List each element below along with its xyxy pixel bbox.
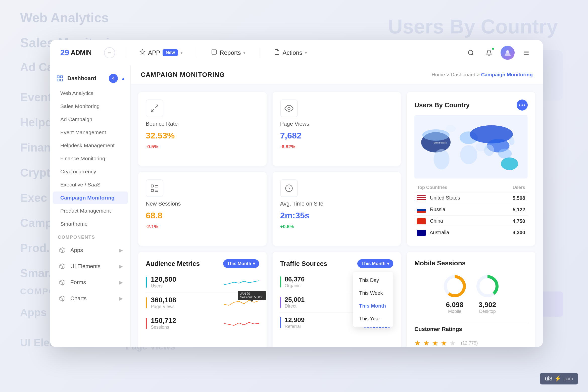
- sidebar-item-campaign-monitoring[interactable]: Campaign Monitoring: [53, 191, 128, 204]
- mobile-sessions-title: Mobile Sessions: [414, 259, 466, 267]
- watermark-icon: ⚡: [554, 375, 561, 382]
- sidebar-item-finance-monitoring[interactable]: Finance Monitoring: [53, 152, 128, 165]
- svg-point-29: [422, 129, 450, 141]
- audience-metrics-card: Audience Metrics This Month ▾ 120,500 Us…: [138, 252, 267, 347]
- dropdown-this-week[interactable]: This Week: [353, 287, 393, 300]
- actions-nav-item[interactable]: Actions ▾: [270, 47, 311, 59]
- svg-line-21: [60, 297, 62, 299]
- sidebar-item-charts[interactable]: Charts ▶: [53, 291, 128, 306]
- breadcrumb-sep-2: >: [477, 72, 481, 77]
- mobile-sessions-row: 6,098 Mobile: [414, 271, 528, 317]
- sidebar-dashboard-row[interactable]: Dashboard 4 ▲: [50, 70, 130, 86]
- referral-bar-indicator: [280, 317, 281, 328]
- reports-chevron-icon: ▾: [243, 50, 246, 56]
- brand-number: 29: [60, 48, 69, 57]
- bounce-rate-value: 32.53%: [146, 131, 259, 140]
- country-ru-name: Russia: [414, 204, 497, 216]
- flag-us-icon: [417, 195, 426, 201]
- sidebar-item-helpdesk-management[interactable]: Helpdesk Management: [53, 139, 128, 152]
- sidebar-item-ad-campaign[interactable]: Ad Campaign: [53, 113, 128, 126]
- sidebar-item-event-management[interactable]: Event Management: [53, 126, 128, 139]
- search-button[interactable]: [464, 46, 477, 59]
- svg-point-5: [468, 50, 473, 55]
- actions-icon: [274, 49, 280, 57]
- desktop-session-label: Desktop: [479, 309, 496, 314]
- page-header: CAMPAIGN MONITORING Home > Dashboard > C…: [131, 65, 543, 84]
- page-views-bar-indicator: [146, 297, 147, 308]
- svg-point-30: [434, 149, 450, 169]
- forms-label: Forms: [70, 279, 116, 286]
- sidebar-item-ui-elements[interactable]: UI Elements ▶: [53, 259, 128, 274]
- avg-time-label: Avg. Time on Site: [280, 201, 394, 207]
- users-country-more-button[interactable]: •••: [517, 100, 528, 111]
- actions-label: Actions: [282, 49, 302, 56]
- page-views-label: Page Views: [280, 121, 394, 127]
- audience-metrics-filter[interactable]: This Month ▾: [223, 259, 259, 268]
- sidebar-item-executive-saas[interactable]: Executive / SaaS: [53, 178, 128, 191]
- table-row: Russia 5,122: [414, 204, 528, 216]
- country-au-users: 4,300: [497, 227, 528, 238]
- main-content: CAMPAIGN MONITORING Home > Dashboard > C…: [131, 65, 543, 347]
- page-views-icon: [280, 100, 298, 117]
- reports-icon: [211, 49, 217, 57]
- bounce-rate-card: Bounce Rate 32.53% -0.5%: [138, 92, 267, 166]
- desktop-donut-container: 3,902 Desktop: [475, 274, 500, 314]
- page-views-value: 7,682: [280, 131, 394, 140]
- sidebar-item-forms[interactable]: Forms ▶: [53, 275, 128, 290]
- menu-button[interactable]: [520, 46, 533, 59]
- sidebar-item-product-management[interactable]: Product Management: [53, 205, 128, 217]
- sidebar-item-web-analytics[interactable]: Web Analytics: [53, 87, 128, 100]
- dropdown-this-day[interactable]: This Day: [353, 274, 393, 287]
- country-au-name: Australia: [414, 227, 497, 238]
- dropdown-this-month[interactable]: This Month: [353, 300, 393, 312]
- direct-info: 25,001 Direct: [285, 296, 360, 309]
- charts-label: Charts: [70, 295, 116, 302]
- star-2: ★: [423, 339, 429, 347]
- ratings-count: (12,775): [461, 340, 478, 346]
- star-1: ★: [414, 339, 421, 347]
- sidebar-item-cryptocurrency[interactable]: Cryptocurrency: [53, 165, 128, 178]
- app-chevron-icon: ▾: [180, 50, 183, 56]
- audience-metrics-title: Audience Metrics: [146, 260, 200, 268]
- new-sessions-icon: [146, 179, 163, 197]
- world-map-svg: United States: [414, 115, 528, 179]
- sidebar-item-apps[interactable]: Apps ▶: [53, 242, 128, 258]
- bg-users-country-title: Users By Country: [388, 15, 558, 38]
- app-nav-item[interactable]: APP New ▾: [135, 47, 187, 59]
- page-title: CAMPAIGN MONITORING: [141, 71, 225, 79]
- country-cn-name: China: [414, 215, 497, 227]
- svg-rect-46: [151, 189, 154, 192]
- dropdown-this-year[interactable]: This Year: [353, 312, 393, 325]
- users-country-header: Users By Country •••: [414, 100, 528, 111]
- metric-row-page-views: 360,108 Page Views JAN 20 Sessions: 50,0…: [146, 292, 259, 313]
- svg-point-39: [509, 137, 515, 145]
- charts-arrow-icon: ▶: [119, 296, 123, 301]
- ratings-row: ★ ★ ★ ★ ★ (12,775): [414, 335, 528, 347]
- reports-nav-item[interactable]: Reports ▾: [207, 47, 250, 59]
- svg-rect-12: [60, 76, 62, 78]
- direct-value: 25,001: [285, 296, 360, 304]
- sidebar-item-smarthome[interactable]: Smarthome: [53, 218, 128, 230]
- users-country-title: Users By Country: [414, 101, 470, 109]
- user-avatar[interactable]: [501, 46, 515, 60]
- apps-cube-icon: [58, 246, 67, 255]
- back-button[interactable]: ←: [104, 47, 115, 58]
- svg-marker-0: [140, 50, 145, 54]
- page-views-metric-label: Page Views: [151, 304, 220, 309]
- mobile-session-label: Mobile: [446, 309, 464, 314]
- mobile-donut-container: 6,098 Mobile: [442, 274, 467, 314]
- watermark: ui8 ⚡ .com: [540, 373, 578, 384]
- customer-ratings-title: Customer Ratings: [414, 326, 528, 332]
- breadcrumb-sep-1: >: [447, 72, 451, 77]
- charts-cube-icon: [58, 294, 67, 303]
- main-window: 29 ADMIN ← APP New ▾: [50, 40, 543, 347]
- svg-point-35: [501, 158, 518, 170]
- organic-label: Organic: [285, 283, 360, 288]
- metric-row-users: 120,500 Users: [146, 272, 259, 292]
- traffic-filter[interactable]: This Month ▾: [357, 259, 393, 268]
- page-views-card: Page Views 7,682 -6.82%: [273, 92, 401, 166]
- sidebar-item-sales-monitoring[interactable]: Sales Monitoring: [53, 100, 128, 113]
- notification-dot: [492, 47, 495, 50]
- svg-point-25: [288, 107, 290, 110]
- page-views-metric-value: 360,108: [151, 296, 220, 304]
